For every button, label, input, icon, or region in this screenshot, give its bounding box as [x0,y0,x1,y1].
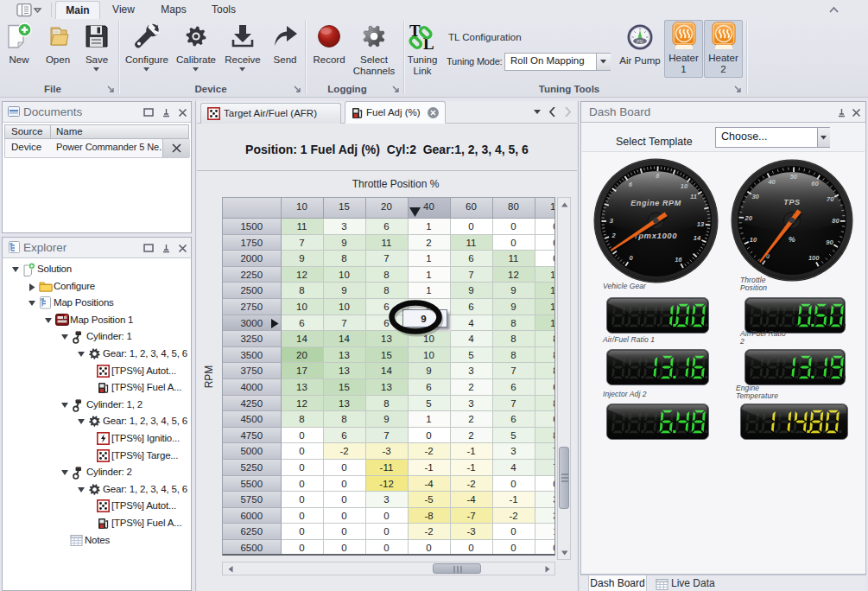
svg-text:2: 2 [611,232,617,239]
svg-text:Engine RPM: Engine RPM [630,199,681,207]
svg-text:14: 14 [694,234,701,242]
svg-text:13: 13 [697,220,705,228]
svg-text:70: 70 [827,195,834,203]
svg-text:40: 40 [767,178,776,186]
svg-text:100: 100 [808,254,820,262]
svg-text:11: 11 [690,193,697,200]
svg-text:90: 90 [826,238,833,246]
svg-text:50: 50 [790,173,798,181]
svg-text:60: 60 [811,180,819,187]
svg-text:%: % [789,235,796,244]
svg-text:TPS: TPS [783,198,800,207]
svg-text:16: 16 [675,256,682,264]
svg-text:20: 20 [744,214,753,222]
svg-text:PSI: PSI [637,40,643,44]
svg-text:10: 10 [681,182,688,190]
svg-text:30: 30 [751,193,759,200]
svg-text:10: 10 [750,236,757,244]
svg-text:80: 80 [832,217,839,225]
